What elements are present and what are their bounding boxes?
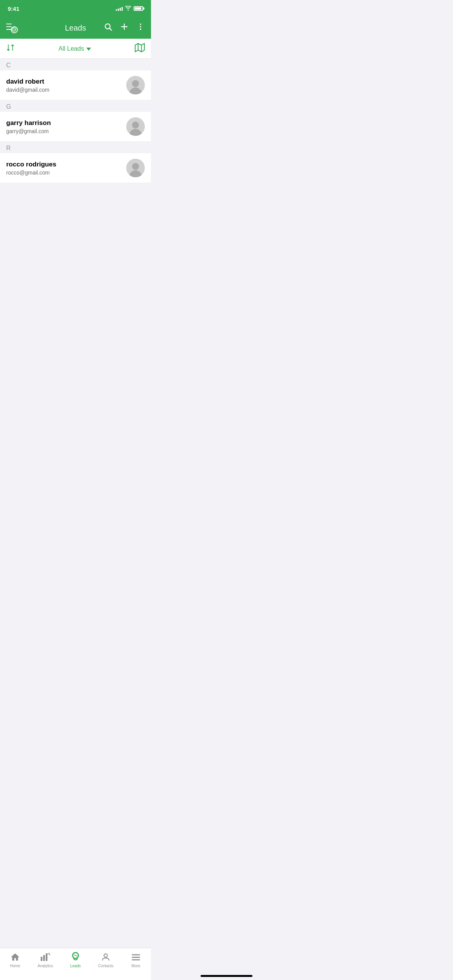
battery-icon bbox=[134, 6, 143, 11]
lead-item-garry[interactable]: garry harrison garry@gmail.com bbox=[0, 112, 151, 142]
page-title: Leads bbox=[65, 24, 86, 33]
lead-item-david[interactable]: david robert david@gmail.com bbox=[0, 70, 151, 100]
signal-bars-icon bbox=[116, 6, 123, 11]
filter-label: All Leads bbox=[58, 45, 84, 52]
nav-actions bbox=[104, 22, 145, 33]
lead-item-rocco[interactable]: rocco rodrigues rocco@gmail.com bbox=[0, 153, 151, 183]
svg-marker-9 bbox=[135, 43, 144, 52]
svg-point-6 bbox=[140, 29, 141, 30]
lead-info: garry harrison garry@gmail.com bbox=[6, 119, 126, 134]
lead-email: rocco@gmail.com bbox=[6, 170, 126, 176]
filter-bar: All Leads bbox=[0, 39, 151, 59]
empty-area bbox=[0, 183, 151, 338]
status-icons bbox=[116, 5, 143, 12]
filter-dropdown[interactable]: All Leads bbox=[58, 45, 91, 52]
gear-icon bbox=[11, 26, 18, 33]
avatar-person-icon bbox=[126, 117, 145, 136]
avatar bbox=[126, 76, 145, 94]
lead-email: garry@gmail.com bbox=[6, 128, 126, 134]
more-options-icon[interactable] bbox=[136, 22, 145, 33]
map-icon[interactable] bbox=[135, 43, 145, 55]
lead-email: david@gmail.com bbox=[6, 87, 126, 93]
nav-bar: Leads bbox=[0, 17, 151, 39]
settings-button[interactable] bbox=[6, 22, 18, 33]
leads-list: C david robert david@gmail.com G garry h… bbox=[0, 59, 151, 183]
avatar bbox=[126, 159, 145, 177]
section-header-c: C bbox=[0, 59, 151, 70]
svg-point-4 bbox=[140, 24, 141, 25]
search-icon[interactable] bbox=[104, 22, 112, 33]
sort-icon[interactable] bbox=[6, 43, 15, 54]
svg-line-1 bbox=[110, 28, 112, 30]
avatar-person-icon bbox=[126, 159, 145, 177]
status-bar: 9:41 bbox=[0, 0, 151, 17]
lead-name: garry harrison bbox=[6, 119, 126, 127]
lead-info: rocco rodrigues rocco@gmail.com bbox=[6, 161, 126, 176]
avatar-person-icon bbox=[126, 76, 145, 94]
lead-info: david robert david@gmail.com bbox=[6, 78, 126, 93]
wifi-icon bbox=[125, 5, 131, 12]
svg-point-5 bbox=[140, 26, 141, 27]
status-time: 9:41 bbox=[8, 5, 19, 12]
avatar bbox=[126, 117, 145, 136]
lead-name: david robert bbox=[6, 78, 126, 86]
section-header-r: R bbox=[0, 142, 151, 153]
lead-name: rocco rodrigues bbox=[6, 161, 126, 168]
section-header-g: G bbox=[0, 100, 151, 112]
dropdown-arrow-icon bbox=[86, 48, 91, 51]
add-button[interactable] bbox=[120, 22, 129, 33]
